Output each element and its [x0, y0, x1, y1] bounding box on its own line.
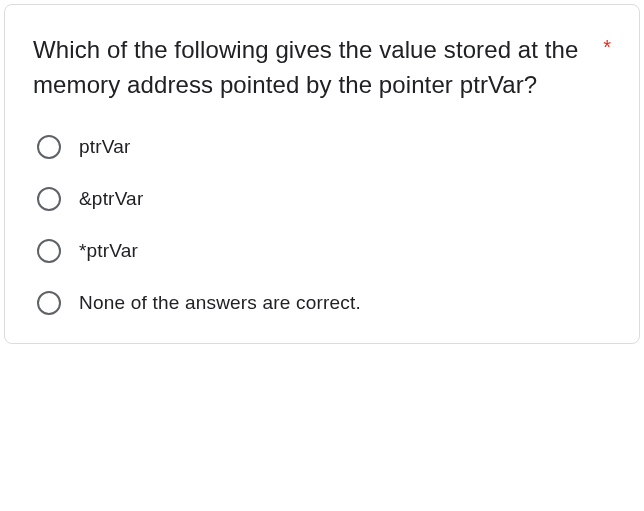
options-group: ptrVar &ptrVar *ptrVar None of the answe…: [33, 135, 611, 315]
option-label: ptrVar: [79, 136, 131, 158]
radio-icon: [37, 239, 61, 263]
option-label: None of the answers are correct.: [79, 292, 361, 314]
question-card: Which of the following gives the value s…: [4, 4, 640, 344]
option-label: *ptrVar: [79, 240, 138, 262]
option-1[interactable]: &ptrVar: [37, 187, 611, 211]
question-header: Which of the following gives the value s…: [33, 33, 611, 103]
option-2[interactable]: *ptrVar: [37, 239, 611, 263]
radio-icon: [37, 187, 61, 211]
radio-icon: [37, 291, 61, 315]
option-label: &ptrVar: [79, 188, 143, 210]
option-3[interactable]: None of the answers are correct.: [37, 291, 611, 315]
required-indicator: *: [603, 37, 611, 57]
option-0[interactable]: ptrVar: [37, 135, 611, 159]
question-text: Which of the following gives the value s…: [33, 33, 591, 103]
radio-icon: [37, 135, 61, 159]
